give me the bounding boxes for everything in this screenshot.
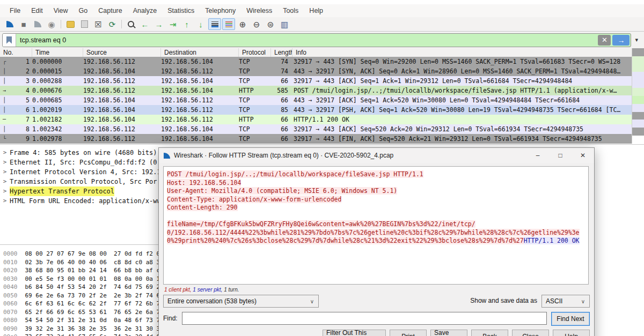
hex-row[interactable]: 002038 68 80 95 01 bb 24 14 66 b8 bb af … (0, 266, 158, 275)
table-row[interactable]: │30.000288192.168.56.112192.168.56.104TC… (0, 76, 644, 86)
expander-icon[interactable]: > (0, 177, 10, 186)
data-format-select[interactable]: ASCII ∨ (541, 295, 590, 308)
hex-row[interactable]: 001002 3b 7e 06 40 00 40 06 c8 8d c0 a8 … (0, 258, 158, 267)
hex-row[interactable]: 009039 32 2e 31 36 38 2e 35 36 2e 31 30 … (0, 325, 158, 333)
pane-splitter[interactable] (0, 144, 644, 145)
zoom-reset-icon[interactable]: ⊜ (264, 18, 277, 30)
capture-restart-icon[interactable] (31, 18, 44, 30)
hex-row[interactable]: 007065 2f 66 69 6c 65 53 61 76 65 2e 6a … (0, 308, 158, 317)
expander-icon[interactable]: > (0, 158, 10, 167)
zoom-in-icon[interactable]: ⊕ (236, 18, 249, 30)
menu-file[interactable]: File (4, 4, 26, 17)
column-header-source[interactable]: Source (83, 48, 161, 57)
expander-icon[interactable]: > (0, 148, 10, 158)
menu-tools[interactable]: Tools (277, 4, 304, 17)
table-row[interactable]: ┌10.000000192.168.56.112192.168.56.104TC… (0, 57, 644, 66)
table-row[interactable]: │81.002342192.168.56.112192.168.56.104TC… (0, 124, 644, 134)
hex-offset: 0060 (0, 300, 18, 307)
detail-tree-item[interactable]: >Hypertext Transfer Protocol (0, 186, 158, 196)
hex-row[interactable]: 003000 e5 5e f3 00 00 01 01 08 0a 00 0a … (0, 275, 158, 283)
expander-icon[interactable]: > (0, 186, 10, 196)
menu-view[interactable]: View (48, 4, 74, 17)
menu-edit[interactable]: Edit (26, 4, 48, 17)
hex-row[interactable]: 00606c 6f 63 61 6c 6c 62 2f 77 6f 72 6b … (0, 300, 158, 308)
filter-clear-button[interactable]: ✕ (598, 35, 611, 46)
find-next-button[interactable]: Find Next (551, 312, 590, 326)
hex-row[interactable]: 008054 54 50 2f 31 2e 31 0d 0a 48 6f 73 … (0, 316, 158, 325)
hex-row[interactable]: 0040b6 84 50 4f 53 54 20 2f 74 6d 75 69 … (0, 283, 158, 292)
menu-go[interactable]: Go (74, 4, 93, 17)
maximize-button[interactable]: □ (549, 148, 572, 163)
reload-file-icon[interactable]: ⟳ (106, 18, 119, 30)
hex-row[interactable]: 00a073 65 72 2d 41 67 65 6e 74 3a 20 4d … (0, 333, 158, 336)
conversation-select[interactable]: Entire conversation (538 bytes) ∨ (163, 295, 319, 308)
menu-help[interactable]: Help (304, 4, 328, 17)
filter-bookmark-button[interactable] (3, 34, 16, 47)
find-packet-icon[interactable] (125, 18, 137, 30)
packet-list-scrollbar-minimap[interactable] (632, 48, 644, 144)
cell-len: 85 (271, 105, 290, 115)
column-header-destination[interactable]: Destination (161, 48, 239, 57)
column-header-protocol[interactable]: Protocol (239, 48, 271, 57)
go-to-packet-icon[interactable]: ⇥ (166, 18, 179, 30)
capture-stop-icon[interactable]: ■ (17, 18, 30, 30)
find-input[interactable] (182, 312, 547, 325)
zoom-out-icon[interactable]: ⊖ (250, 18, 263, 30)
menu-analyze[interactable]: Analyze (128, 4, 162, 17)
table-row[interactable]: →40.000676192.168.56.112192.168.56.104HT… (0, 86, 644, 95)
close-button[interactable]: ✕ (572, 148, 594, 163)
filter-expression-dropdown[interactable]: ▾ (631, 36, 642, 43)
hex-bytes: 69 6e 2e 6a 73 70 2f 2e 2e 3b 2f 74 6d (18, 292, 159, 299)
detail-tree-item[interactable]: >Frame 4: 585 bytes on wire (4680 bits) (0, 148, 158, 158)
cell-proto: TCP (239, 95, 271, 105)
column-header-no[interactable]: No. (0, 48, 32, 57)
go-last-packet-icon[interactable]: ↓ (194, 18, 207, 30)
table-row[interactable]: │61.002019192.168.56.104192.168.56.112TC… (0, 105, 644, 115)
find-packet-icon-glyph (128, 21, 134, 27)
detail-tree-item[interactable]: >Transmission Control Protocol, Src Por (0, 177, 158, 186)
stream-line: Content-Type: application/x-www-form-url… (167, 196, 585, 204)
help-button[interactable]: Help (553, 330, 590, 336)
filter-out-this-stream-button[interactable]: Filter Out This Stream (323, 330, 386, 336)
menu-wireless[interactable]: Wireless (241, 4, 277, 17)
detail-tree-item[interactable]: >HTML Form URL Encoded: application/x-ww (0, 196, 158, 206)
filter-apply-button[interactable]: → (612, 35, 630, 46)
minimize-button[interactable]: – (526, 148, 549, 163)
auto-scroll-icon[interactable] (208, 18, 221, 30)
detail-tree-item[interactable]: >Internet Protocol Version 4, Src: 192.1 (0, 167, 158, 177)
cell-len: 66 (271, 115, 290, 124)
print-button[interactable]: Print (390, 330, 427, 336)
menu-capture[interactable]: Capture (93, 4, 127, 17)
table-row[interactable]: └91.002978192.168.56.112192.168.56.104TC… (0, 134, 644, 144)
table-row[interactable]: │20.000015192.168.56.104192.168.56.112TC… (0, 66, 644, 76)
menu-telephony[interactable]: Telephony (200, 4, 241, 17)
display-filter-input[interactable] (16, 34, 598, 47)
stream-content[interactable]: POST /tmui/login.jsp/..;/tmui/locallb/wo… (163, 166, 589, 285)
menu-statistics[interactable]: Statistics (162, 4, 200, 17)
column-header-time[interactable]: Time (32, 48, 83, 57)
resize-columns-icon[interactable]: ▥ (278, 18, 291, 30)
hex-row[interactable]: 000008 00 27 07 67 9e 08 00 27 0d fd f2 … (0, 250, 158, 258)
capture-options-icon[interactable]: ◉ (45, 18, 58, 30)
save-file-icon[interactable] (78, 18, 91, 30)
hex-bytes: 38 68 80 95 01 bb 24 14 66 b8 bb af cf (18, 267, 159, 274)
column-header-length[interactable]: Length (271, 48, 292, 57)
close-button[interactable]: Close (512, 330, 549, 336)
capture-start-icon[interactable] (3, 18, 16, 30)
close-file-icon[interactable]: ☒ (92, 18, 105, 30)
go-back-icon[interactable]: ← (138, 18, 151, 30)
save-as-button[interactable]: Save as… (430, 330, 467, 336)
open-file-icon[interactable] (64, 18, 77, 30)
hex-row[interactable]: 005069 6e 2e 6a 73 70 2f 2e 2e 3b 2f 74 … (0, 292, 158, 300)
column-header-info[interactable]: Info (292, 48, 644, 57)
go-forward-icon[interactable]: → (152, 18, 165, 30)
colorize-packets-icon[interactable] (222, 18, 235, 30)
back-button[interactable]: Back (471, 330, 508, 336)
detail-tree-item[interactable]: >Ethernet II, Src: PcsCompu_0d:fd:f2 (0 (0, 158, 158, 167)
table-row[interactable]: ─71.002182192.168.56.104192.168.56.112HT… (0, 115, 644, 124)
go-first-packet-icon[interactable]: ↑ (180, 18, 193, 30)
expander-icon[interactable]: > (0, 167, 10, 177)
table-row[interactable]: │50.000685192.168.56.104192.168.56.112TC… (0, 95, 644, 105)
cell-info: 443 → 32917 [SYN, ACK] Seq=0 Ack=1 Win=2… (290, 66, 644, 76)
expander-icon[interactable]: > (0, 196, 10, 206)
